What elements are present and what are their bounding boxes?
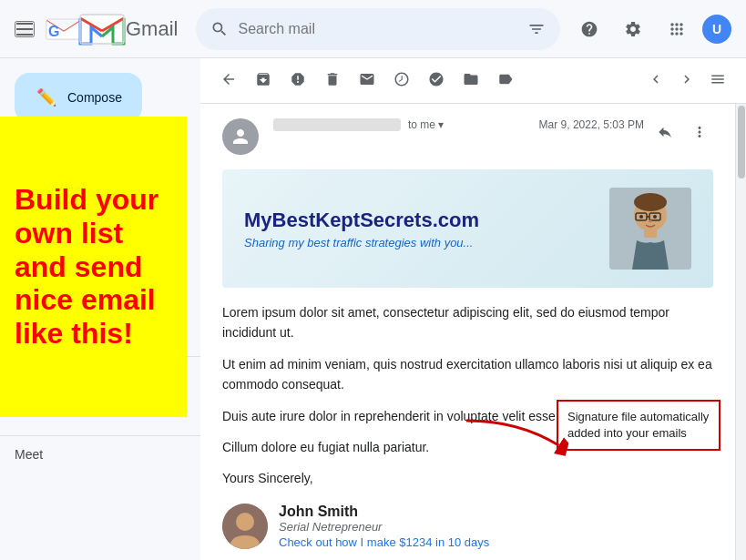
banner-text: MyBestKeptSecrets.com Sharing my best tr… bbox=[244, 209, 479, 249]
svg-point-7 bbox=[634, 193, 667, 211]
topbar-right: U bbox=[571, 11, 731, 47]
main-layout: ✏️ Compose ▾ Mail Inbox 3 Snoozed bbox=[0, 58, 746, 560]
signature-callout-box: Signature file automatically added into … bbox=[557, 400, 720, 451]
email-closing: Yours Sincerely, bbox=[222, 468, 713, 488]
email-toolbar bbox=[200, 58, 746, 104]
banner-person-image bbox=[609, 188, 691, 270]
signature-title: Serial Netrepreneur bbox=[279, 520, 713, 534]
email-header: to me ▾ Mar 9, 2022, 5:03 PM bbox=[222, 118, 713, 155]
move-to-button[interactable] bbox=[457, 66, 485, 96]
email-actions bbox=[651, 118, 713, 148]
user-avatar[interactable]: U bbox=[702, 15, 731, 44]
more-options-button[interactable] bbox=[686, 118, 713, 148]
email-date: Mar 9, 2022, 5:03 PM bbox=[539, 118, 644, 131]
label-button[interactable] bbox=[492, 66, 519, 96]
banner-tagline: Sharing my best traffic strategies with … bbox=[244, 236, 479, 249]
prev-email-button[interactable] bbox=[642, 66, 669, 96]
gmail-text: Gmail bbox=[126, 17, 178, 41]
meet-section-label: Meet bbox=[0, 440, 200, 469]
compose-pencil-icon: ✏️ bbox=[36, 87, 56, 107]
svg-point-13 bbox=[649, 220, 652, 223]
content-area: to me ▾ Mar 9, 2022, 5:03 PM bbox=[200, 58, 746, 560]
sidebar-divider-2 bbox=[0, 435, 200, 436]
search-filter-icon[interactable] bbox=[527, 20, 546, 38]
hamburger-icon bbox=[16, 23, 33, 36]
reply-button[interactable] bbox=[651, 118, 679, 148]
search-bar bbox=[196, 8, 560, 50]
email-para-1: Lorem ipsum dolor sit amet, consectetur … bbox=[222, 302, 713, 343]
sig-avatar-image bbox=[222, 504, 268, 549]
google-m-logo-icon: G bbox=[46, 16, 82, 42]
settings-button[interactable] bbox=[615, 11, 651, 47]
gmail-m-icon bbox=[78, 11, 126, 47]
signature-link[interactable]: Check out how I make $1234 in 10 days bbox=[279, 535, 489, 549]
svg-point-11 bbox=[639, 215, 643, 219]
signature-info: John Smith Serial Netrepreneur Check out… bbox=[279, 504, 713, 550]
next-email-button[interactable] bbox=[673, 66, 700, 96]
email-meta: to me ▾ bbox=[273, 118, 539, 133]
delete-button[interactable] bbox=[319, 66, 346, 96]
banner-site-name: MyBestKeptSecrets.com bbox=[244, 209, 479, 232]
archive-button[interactable] bbox=[250, 66, 277, 96]
yellow-callout-box: Build your own list and send nice email … bbox=[0, 117, 187, 417]
compose-label: Compose bbox=[67, 90, 122, 105]
email-body: Lorem ipsum dolor sit amet, consectetur … bbox=[222, 302, 713, 489]
view-options-button[interactable] bbox=[704, 66, 731, 96]
menu-button[interactable] bbox=[15, 21, 35, 37]
search-icon bbox=[210, 20, 229, 38]
gmail-logo: G Gmail bbox=[46, 11, 178, 47]
email-view: to me ▾ Mar 9, 2022, 5:03 PM bbox=[200, 104, 735, 560]
svg-point-12 bbox=[653, 215, 657, 219]
scrollbar-track[interactable] bbox=[735, 104, 746, 560]
report-spam-button[interactable] bbox=[284, 66, 312, 96]
scrollbar-thumb[interactable] bbox=[738, 106, 745, 178]
svg-point-16 bbox=[236, 513, 254, 531]
search-input[interactable] bbox=[238, 21, 518, 37]
email-banner: MyBestKeptSecrets.com Sharing my best tr… bbox=[222, 169, 713, 288]
svg-text:G: G bbox=[48, 24, 59, 39]
compose-button[interactable]: ✏️ Compose bbox=[15, 73, 142, 122]
back-button[interactable] bbox=[215, 66, 242, 96]
signature-avatar bbox=[222, 504, 268, 549]
signature-name: John Smith bbox=[279, 504, 713, 520]
mark-unread-button[interactable] bbox=[353, 66, 381, 96]
snooze-button[interactable] bbox=[388, 66, 415, 96]
yellow-callout-text: Build your own list and send nice email … bbox=[15, 183, 172, 351]
to-me-label[interactable]: to me ▾ bbox=[408, 118, 444, 131]
help-button[interactable] bbox=[571, 11, 608, 47]
sender-name-placeholder bbox=[273, 118, 401, 131]
sig-callout-text: Signature file automatically added into … bbox=[567, 410, 709, 440]
apps-button[interactable] bbox=[659, 11, 695, 47]
sender-avatar bbox=[222, 118, 259, 155]
person-illustration bbox=[609, 188, 691, 270]
email-para-2: Ut enim ad minim veniam, quis nostrud ex… bbox=[222, 354, 713, 395]
topbar: G Gmail bbox=[0, 0, 746, 58]
svg-rect-14 bbox=[644, 230, 657, 238]
add-task-button[interactable] bbox=[423, 66, 450, 96]
toolbar-nav bbox=[642, 66, 731, 96]
sender-name-row: to me ▾ bbox=[273, 118, 539, 131]
email-signature: John Smith Serial Netrepreneur Check out… bbox=[222, 504, 713, 550]
